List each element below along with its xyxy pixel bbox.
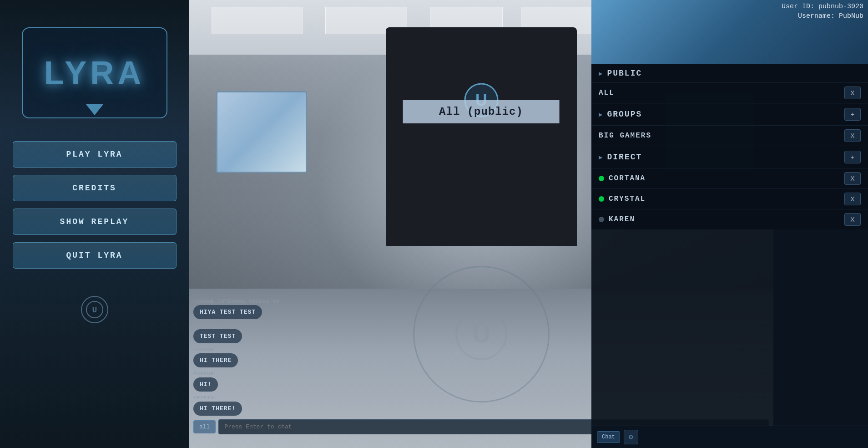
right-panel: User ID: pubnub-3920 Username: PubNub ▶ … bbox=[591, 0, 868, 448]
svg-text:U: U bbox=[92, 305, 97, 315]
channel-karen-name: KAREN bbox=[609, 215, 844, 224]
add-direct-btn[interactable]: + bbox=[844, 151, 861, 163]
groups-arrow: ▶ bbox=[599, 111, 603, 118]
add-group-btn[interactable]: + bbox=[844, 108, 861, 121]
direct-section-label: DIRECT bbox=[607, 153, 642, 162]
right-panel-chat-input-area: Chat ⚙ bbox=[591, 426, 868, 448]
channel-all[interactable]: ALL X bbox=[591, 82, 868, 103]
user-info: User ID: pubnub-3920 Username: PubNub bbox=[782, 2, 863, 21]
channel-karen-close-btn[interactable]: X bbox=[844, 213, 861, 226]
bubble-4: HI! bbox=[193, 377, 218, 392]
chat-all-tab[interactable]: all bbox=[193, 420, 216, 433]
settings-icon-btn[interactable]: ⚙ bbox=[624, 430, 638, 444]
logo-container: LYRA bbox=[17, 23, 172, 123]
channel-cortana-name: CORTANA bbox=[609, 174, 844, 183]
channel-crystal[interactable]: CRYSTAL X bbox=[591, 188, 868, 209]
sender-3: PUBNUB bbox=[193, 347, 214, 352]
sender-1: PUBNUB INTERNAL MODERATOR bbox=[193, 299, 280, 304]
channel-karen[interactable]: KAREN X bbox=[591, 209, 868, 229]
bubble-3: HI THERE bbox=[193, 353, 238, 367]
ceiling-panel-1 bbox=[212, 7, 303, 34]
public-arrow: ▶ bbox=[599, 70, 603, 77]
sender-4: PUBNUB bbox=[193, 371, 214, 377]
center-arch: U bbox=[386, 27, 577, 246]
groups-section-label: GROUPS bbox=[607, 110, 642, 119]
direct-section-header: ▶ DIRECT + bbox=[591, 146, 868, 168]
channel-list: ▶ PUBLIC ALL X ▶ GROUPS + BIG GAMERS X ▶… bbox=[591, 64, 868, 229]
lyra-logo-box: LYRA bbox=[22, 27, 167, 118]
user-id-label: User ID: pubnub-3920 bbox=[782, 2, 863, 11]
credits-button[interactable]: CREDITS bbox=[13, 175, 177, 201]
public-section-header: ▶ PUBLIC bbox=[591, 64, 868, 82]
crystal-online-dot bbox=[599, 196, 604, 202]
channel-all-name: ALL bbox=[599, 89, 844, 97]
channel-big-gamers-close-btn[interactable]: X bbox=[844, 129, 861, 142]
username-label: Username: PubNub bbox=[782, 11, 863, 21]
channel-cortana-close-btn[interactable]: X bbox=[844, 172, 861, 185]
channel-cortana[interactable]: CORTANA X bbox=[591, 168, 868, 188]
channel-big-gamers[interactable]: BIG GAMERS X bbox=[591, 125, 868, 146]
logo-diamond bbox=[86, 104, 104, 122]
sender-5: CRYSTAL bbox=[193, 395, 217, 401]
groups-section-header: ▶ GROUPS + bbox=[591, 103, 868, 125]
play-lyra-button[interactable]: PLAY LYRA bbox=[13, 141, 177, 168]
right-chat-tab[interactable]: Chat bbox=[597, 431, 620, 443]
cortana-online-dot bbox=[599, 176, 604, 181]
karen-offline-dot bbox=[599, 217, 604, 222]
bubble-1: HIYA TEST TEST bbox=[193, 305, 262, 319]
bubble-2: TEST TEST bbox=[193, 329, 242, 343]
public-section-label: PUBLIC bbox=[607, 69, 642, 78]
sender-2: PUBNUB bbox=[193, 323, 214, 328]
channel-crystal-close-btn[interactable]: X bbox=[844, 193, 861, 205]
channel-all-close-btn[interactable]: X bbox=[844, 87, 861, 99]
channel-big-gamers-name: BIG GAMERS bbox=[599, 132, 844, 140]
ue-icon-bottom: U bbox=[81, 296, 108, 323]
all-public-banner: All (public) bbox=[403, 100, 560, 123]
channel-crystal-name: CRYSTAL bbox=[609, 195, 844, 203]
left-menu-panel: LYRA PLAY LYRA CREDITS SHOW REPLAY QUIT … bbox=[0, 0, 189, 448]
direct-arrow: ▶ bbox=[599, 153, 603, 161]
lyra-logo-text: LYRA bbox=[44, 54, 145, 92]
window-left bbox=[216, 91, 307, 173]
quit-lyra-button[interactable]: QUIT LYRA bbox=[13, 242, 177, 269]
menu-buttons: PLAY LYRA CREDITS SHOW REPLAY QUIT LYRA bbox=[13, 141, 177, 269]
bubble-5: HI THERE! bbox=[193, 402, 242, 416]
show-replay-button[interactable]: SHOW REPLAY bbox=[13, 209, 177, 235]
right-panel-spacer bbox=[591, 229, 868, 426]
